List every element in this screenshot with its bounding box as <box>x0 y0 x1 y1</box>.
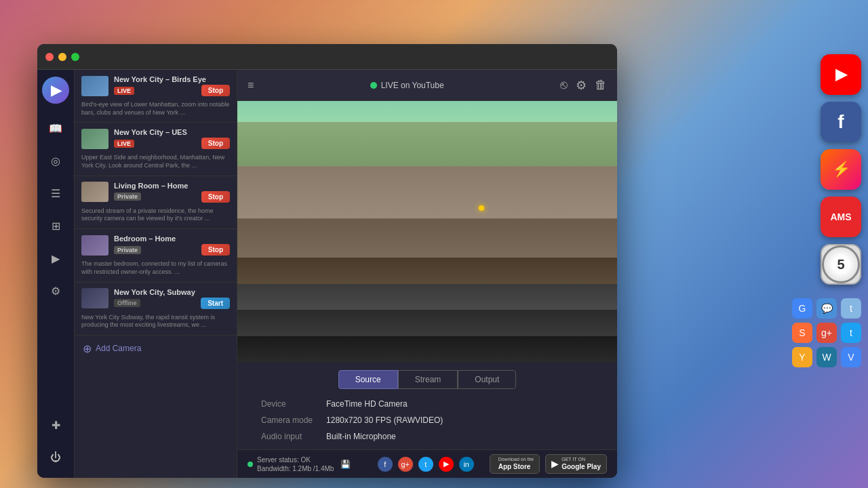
camera-mode-label: Camera mode <box>261 415 313 425</box>
status-badge: Offline <box>114 299 140 307</box>
social-googleplus[interactable]: g+ <box>398 457 413 472</box>
sidebar-icon-video[interactable]: ▶ <box>42 245 69 272</box>
icon-sidebar: ▶ 📖 ◎ ☰ ⊞ ▶ ⚙ ✚ ⏻ <box>37 70 75 478</box>
camera-thumbnail <box>81 235 108 256</box>
app-window: ▶ 📖 ◎ ☰ ⊞ ▶ ⚙ ✚ ⏻ New York City – Birds … <box>37 44 617 478</box>
mini-chat[interactable]: 💬 <box>816 298 837 319</box>
close-button[interactable] <box>45 53 54 61</box>
sidebar-icon-book[interactable]: 📖 <box>42 115 69 142</box>
stop-button[interactable]: Stop <box>201 85 230 96</box>
sidebar-icon-list[interactable]: ☰ <box>42 180 69 207</box>
camera-name: New York City, Subway <box>114 288 230 296</box>
status-badge: Private <box>114 192 141 201</box>
camera-mode-value: 868x488 30 FPS (RAWVIDEO) <box>326 415 593 425</box>
street-scene-bg <box>237 101 617 362</box>
camera-name: Bedroom – Home <box>114 235 230 243</box>
add-camera-button[interactable]: ⊕ Add Camera <box>75 336 237 362</box>
sidebar-icon-power[interactable]: ⏻ <box>42 444 69 471</box>
camera-item[interactable]: Bedroom – Home Private Stop The master b… <box>75 229 237 282</box>
mini-wordpress[interactable]: W <box>816 347 837 367</box>
server-status: Server status: OK Bandwidth: 1.2Mb /1.4M… <box>248 455 351 473</box>
audio-input-label: Audio input <box>261 432 313 441</box>
add-camera-label: Add Camera <box>96 344 141 353</box>
google-play-icon: ▶ <box>551 458 559 469</box>
app-lightning[interactable]: ⚡ <box>821 149 861 190</box>
mini-twitter[interactable]: t <box>841 323 861 343</box>
title-bar <box>37 44 617 70</box>
social-youtube[interactable]: ▶ <box>439 457 454 472</box>
camera-name: New York City – Birds Eye <box>114 75 230 83</box>
sidebar-icon-logo[interactable]: ▶ <box>42 77 69 104</box>
settings-icon[interactable]: ⚙ <box>576 78 587 93</box>
status-badge: LIVE <box>114 140 134 148</box>
stop-button[interactable]: Stop <box>201 191 230 203</box>
camera-item[interactable]: New York City – Birds Eye LIVE Stop Bird… <box>75 70 237 123</box>
source-info-grid: Device FaceTime HD Camera Camera mode 12… <box>248 399 607 441</box>
live-indicator: LIVE on YouTube <box>370 81 444 90</box>
app-store-badge[interactable]: Download on the App Store <box>490 454 540 473</box>
social-icons: f g+ t ▶ in <box>378 457 474 472</box>
app-youtube[interactable]: ▶ <box>821 54 861 95</box>
camera-thumbnail <box>81 182 108 202</box>
google-play-main: Google Play <box>561 463 601 471</box>
camera-item[interactable]: Living Room – Home Private Stop Secured … <box>75 176 237 229</box>
bandwidth-label: Bandwidth: 1.2Mb /1.4Mb <box>257 465 334 472</box>
sidebar-icon-grid[interactable]: ⊞ <box>42 212 69 239</box>
camera-description: New York City Subway, the rapid transit … <box>81 314 230 329</box>
status-badge: Private <box>114 246 141 254</box>
minimize-button[interactable] <box>58 53 66 61</box>
device-label: Device <box>261 399 313 409</box>
maximize-button[interactable] <box>71 53 79 61</box>
camera-name: Living Room – Home <box>114 182 230 190</box>
app-store-pre: Download on the <box>498 457 534 462</box>
share-icon[interactable]: ⎋ <box>560 78 568 92</box>
app-store-main: App Store <box>498 463 534 471</box>
app-ams[interactable]: AMS <box>821 197 861 237</box>
main-content: ≡ LIVE on YouTube ⎋ ⚙ 🗑 <box>237 70 617 478</box>
camera-description: Upper East Side and neighborhood, Manhat… <box>81 154 230 169</box>
tab-output[interactable]: Output <box>458 370 516 389</box>
app-channel5[interactable]: 5 <box>821 244 861 285</box>
audio-input-value: Built-in Microphone <box>326 432 593 441</box>
tab-buttons: Source Stream Output <box>248 370 607 389</box>
sidebar-icon-location[interactable]: ◎ <box>42 147 69 174</box>
mini-stumble[interactable]: S <box>792 323 812 343</box>
camera-thumbnail <box>81 288 108 308</box>
mini-gplus[interactable]: g+ <box>816 323 837 343</box>
app-facebook[interactable]: f <box>821 102 861 142</box>
camera-item[interactable]: New York City, Subway Offline Start New … <box>75 283 237 336</box>
camera-description: Secured stream of a private residence, t… <box>81 207 230 223</box>
social-twitter[interactable]: t <box>418 457 433 472</box>
camera-description: Bird's-eye view of Lower Manhattan, zoom… <box>81 101 230 117</box>
menu-icon[interactable]: ≡ <box>248 79 254 92</box>
traffic-lights <box>45 53 79 61</box>
store-badges: Download on the App Store ▶ GET IT ON Go… <box>490 454 607 473</box>
stop-button[interactable]: Stop <box>201 138 230 149</box>
status-badge: LIVE <box>114 87 134 95</box>
controls-area: Source Stream Output Device FaceTime HD … <box>237 362 617 449</box>
delete-icon[interactable]: 🗑 <box>595 78 607 92</box>
status-dot <box>248 462 253 467</box>
camera-name: New York City – UES <box>114 128 230 136</box>
start-button[interactable]: Start <box>201 298 230 309</box>
sidebar-icon-medical[interactable]: ✚ <box>42 411 69 439</box>
camera-item[interactable]: New York City – UES LIVE Stop Upper East… <box>75 123 237 176</box>
google-play-badge[interactable]: ▶ GET IT ON Google Play <box>545 454 607 473</box>
camera-list: New York City – Birds Eye LIVE Stop Bird… <box>75 70 237 478</box>
right-sidebar: ▶ f ⚡ AMS 5 <box>821 54 861 285</box>
stop-button[interactable]: Stop <box>201 244 230 256</box>
mini-google[interactable]: G <box>792 298 812 319</box>
social-linkedin[interactable]: in <box>459 457 474 472</box>
tab-stream[interactable]: Stream <box>398 370 458 389</box>
status-text: Server status: OK Bandwidth: 1.2Mb /1.4M… <box>257 455 334 473</box>
social-facebook[interactable]: f <box>378 457 393 472</box>
device-value: FaceTime HD Camera <box>326 399 593 409</box>
mini-vimeo[interactable]: V <box>841 347 861 367</box>
mini-yahoo[interactable]: Y <box>792 347 812 367</box>
disk-icon: 💾 <box>340 460 351 469</box>
video-preview <box>237 101 617 362</box>
mini-tumblr[interactable]: t <box>841 298 861 319</box>
tab-source[interactable]: Source <box>338 370 398 389</box>
add-camera-icon: ⊕ <box>83 342 92 355</box>
sidebar-icon-settings[interactable]: ⚙ <box>42 277 69 304</box>
